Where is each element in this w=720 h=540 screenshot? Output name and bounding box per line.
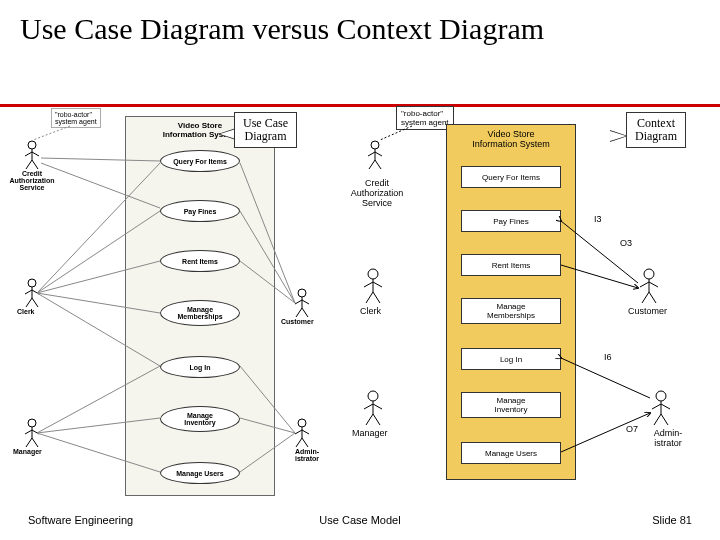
uc-users-right: Manage Users (461, 442, 561, 464)
actor-clerk-right: Clerk (360, 306, 381, 316)
io-i3: I3 (594, 214, 602, 224)
svg-line-28 (296, 438, 302, 447)
stick-figure-icon (650, 390, 672, 426)
svg-line-4 (26, 160, 32, 169)
svg-point-47 (371, 141, 379, 149)
svg-point-65 (644, 269, 654, 279)
io-o7: O7 (626, 424, 638, 434)
svg-line-5 (32, 160, 38, 169)
svg-line-69 (642, 292, 649, 303)
svg-line-49 (368, 152, 375, 156)
svg-line-73 (652, 404, 661, 409)
svg-line-22 (296, 308, 302, 317)
svg-line-64 (373, 414, 380, 425)
stick-figure-icon (366, 140, 384, 170)
svg-point-12 (28, 419, 36, 427)
svg-line-68 (649, 282, 658, 287)
io-o3: O3 (620, 238, 632, 248)
svg-line-2 (25, 152, 32, 156)
actor-manager-right: Manager (352, 428, 388, 438)
content-area: Use CaseDiagram ContextDiagram "robo-act… (0, 108, 720, 510)
svg-line-46 (33, 126, 70, 140)
callout-usecase: Use CaseDiagram (234, 112, 297, 148)
uc-payfines-right: Pay Fines (461, 210, 561, 232)
svg-line-8 (25, 290, 32, 294)
svg-line-67 (640, 282, 649, 287)
svg-line-51 (369, 160, 375, 169)
footer-right: Slide 81 (652, 514, 692, 526)
callout-context: ContextDiagram (626, 112, 686, 148)
svg-line-70 (649, 292, 656, 303)
note-robo-actor-right: "robo-actor"system agent (396, 106, 454, 130)
svg-point-24 (298, 419, 306, 427)
uc-rent-left: Rent Items (160, 250, 240, 272)
svg-point-53 (368, 269, 378, 279)
slide: Use Case Diagram versus Context Diagram … (0, 0, 720, 540)
svg-line-58 (373, 292, 380, 303)
stick-figure-icon (23, 418, 41, 448)
stick-figure-icon (293, 288, 311, 318)
svg-line-21 (302, 300, 309, 304)
actor-customer-left: Customer (281, 318, 314, 325)
svg-line-16 (26, 438, 32, 447)
svg-line-11 (32, 298, 38, 307)
svg-line-23 (302, 308, 308, 317)
actor-credit-left: CreditAuthorizationService (7, 170, 57, 191)
svg-line-74 (661, 404, 670, 409)
io-i6: I6 (604, 352, 612, 362)
svg-line-55 (364, 282, 373, 287)
svg-line-26 (295, 430, 302, 434)
actor-admin-right: Admin-istrator (646, 428, 690, 448)
svg-line-61 (364, 404, 373, 409)
svg-line-57 (366, 292, 373, 303)
actor-clerk-left: Clerk (17, 308, 35, 315)
system-title-right: Video StoreInformation System (447, 125, 575, 153)
svg-point-71 (656, 391, 666, 401)
actor-admin-left: Admin-istrator (287, 448, 327, 462)
svg-line-62 (373, 404, 382, 409)
footer-left: Software Engineering (28, 514, 133, 526)
note-robo-actor-left: "robo-actor"system agent (51, 108, 101, 128)
stick-figure-icon (23, 140, 41, 170)
stick-figure-icon (293, 418, 311, 448)
uc-query-right: Query For Items (461, 166, 561, 188)
uc-login-left: Log In (160, 356, 240, 378)
stick-figure-icon (362, 390, 384, 426)
footer-center: Use Case Model (319, 514, 400, 526)
svg-point-18 (298, 289, 306, 297)
actor-credit-right: CreditAuthorizationService (342, 178, 412, 208)
context-diagram: "robo-actor"system agent Video StoreInfo… (330, 98, 710, 498)
page-title: Use Case Diagram versus Context Diagram (0, 0, 720, 53)
uc-query-left: Query For Items (160, 150, 240, 172)
stick-figure-icon (23, 278, 41, 308)
uc-payfines-left: Pay Fines (160, 200, 240, 222)
stick-figure-icon (638, 268, 660, 304)
uc-rent-right: Rent Items (461, 254, 561, 276)
stick-figure-icon (362, 268, 384, 304)
svg-line-63 (366, 414, 373, 425)
svg-line-15 (32, 430, 39, 434)
actor-manager-left: Manager (13, 448, 42, 455)
uc-login-right: Log In (461, 348, 561, 370)
use-case-diagram: "robo-actor"system agent Video StoreInfo… (15, 108, 325, 508)
uc-memberships-right: ManageMemberships (461, 298, 561, 324)
uc-memberships-left: ManageMemberships (160, 300, 240, 326)
svg-line-50 (375, 152, 382, 156)
svg-line-3 (32, 152, 39, 156)
svg-line-14 (25, 430, 32, 434)
svg-line-9 (32, 290, 39, 294)
svg-line-56 (373, 282, 382, 287)
uc-inventory-left: ManageInventory (160, 406, 240, 432)
uc-inventory-right: ManageInventory (461, 392, 561, 418)
svg-line-29 (302, 438, 308, 447)
footer: Software Engineering Use Case Model Slid… (0, 514, 720, 534)
svg-point-59 (368, 391, 378, 401)
svg-point-6 (28, 279, 36, 287)
uc-users-left: Manage Users (160, 462, 240, 484)
svg-line-20 (295, 300, 302, 304)
svg-line-75 (654, 414, 661, 425)
svg-line-52 (375, 160, 381, 169)
actor-customer-right: Customer (628, 306, 667, 316)
svg-line-27 (302, 430, 309, 434)
svg-line-10 (26, 298, 32, 307)
